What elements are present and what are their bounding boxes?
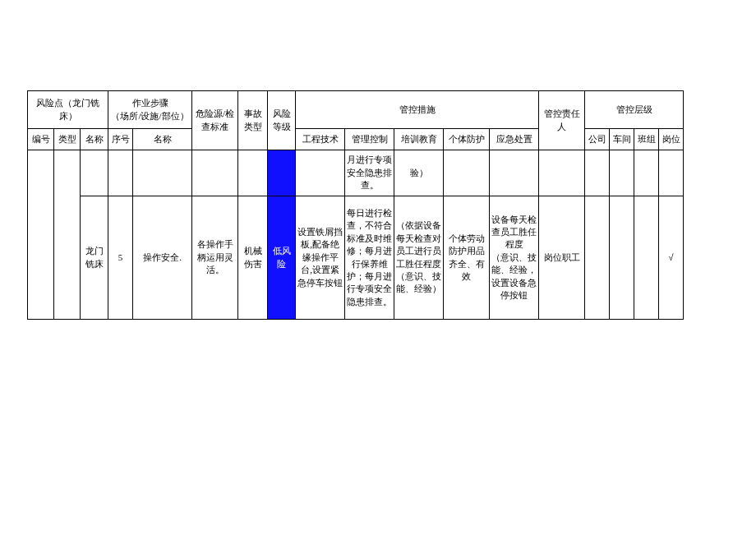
cell-hazard — [192, 150, 238, 196]
cell-seq: 5 — [108, 196, 133, 320]
hdr-responsible: 管控责任人 — [539, 91, 585, 150]
hdr-risk-point: 风险点（龙门铣床） — [28, 91, 108, 129]
cell-post: √ — [659, 196, 684, 320]
hdr-eng-tech: 工程技术 — [296, 129, 345, 150]
cell-training: （依据设备每天检查对员工进行员工胜任程度 （意识、技能、经验） — [394, 196, 444, 320]
cell-accident — [238, 150, 268, 196]
cell-emergency: 设备每天检查员工胜任程度 （意识、技能、经验，设置设备急停按钮 — [490, 196, 539, 320]
hdr-ppe: 个体防护 — [444, 129, 490, 150]
cell-emergency — [490, 150, 539, 196]
cell-company — [585, 150, 610, 196]
hdr-seq: 序号 — [108, 129, 133, 150]
risk-table: 风险点（龙门铣床） 作业步骤 （场所/设施/部位） 危险源/检查标准 事故类型 … — [27, 90, 684, 320]
hdr-workshop: 车间 — [610, 129, 634, 150]
cell-name: 龙门铣床 — [81, 196, 108, 320]
hdr-accident-type: 事故类型 — [238, 91, 268, 150]
cell-workshop — [610, 150, 634, 196]
table-row: 月进行专项安全隐患排查。 验） — [28, 150, 684, 196]
hdr-work-step: 作业步骤 （场所/设施/部位） — [108, 91, 192, 129]
hdr-training: 培训教育 — [394, 129, 444, 150]
cell-accident: 机械伤害 — [238, 196, 268, 320]
cell-workshop — [610, 196, 634, 320]
cell-seq — [108, 150, 133, 196]
cell-risk — [268, 150, 296, 196]
hdr-post: 岗位 — [659, 129, 684, 150]
hdr-mgmt-ctrl: 管理控制 — [345, 129, 394, 150]
cell-eng: 设置铁屑挡板,配备绝缘操作平台,设置紧急停车按钮 — [296, 196, 345, 320]
cell-responsible — [539, 150, 585, 196]
cell-team — [634, 150, 659, 196]
cell-post — [659, 150, 684, 196]
cell-step-name: 操作安全. — [133, 196, 192, 320]
cell-hazard: 各操作手柄运用灵活。 — [192, 196, 238, 320]
hdr-risk-level: 风险等级 — [268, 91, 296, 150]
hdr-type: 类型 — [54, 129, 81, 150]
cell-step-name — [133, 150, 192, 196]
cell-mgmt: 月进行专项安全隐患排查。 — [345, 150, 394, 196]
hdr-company: 公司 — [585, 129, 610, 150]
hdr-id: 编号 — [28, 129, 54, 150]
cell-mgmt: 每日进行检查，不符合标准及时维修；每月进行保养维护；每月进行专项安全隐患排查。 — [345, 196, 394, 320]
cell-company — [585, 196, 610, 320]
cell-risk: 低风险 — [268, 196, 296, 320]
table-row: 龙门铣床 5 操作安全. 各操作手柄运用灵活。 机械伤害 低风险 设置铁屑挡板,… — [28, 196, 684, 320]
cell-type — [54, 150, 81, 320]
cell-eng — [296, 150, 345, 196]
cell-training: 验） — [394, 150, 444, 196]
cell-name-top — [81, 150, 108, 196]
document-page: 风险点（龙门铣床） 作业步骤 （场所/设施/部位） 危险源/检查标准 事故类型 … — [0, 0, 756, 535]
cell-responsible: 岗位职工 — [539, 196, 585, 320]
hdr-control-level: 管控层级 — [585, 91, 684, 129]
cell-ppe — [444, 150, 490, 196]
hdr-team: 班组 — [634, 129, 659, 150]
hdr-emergency: 应急处置 — [490, 129, 539, 150]
hdr-hazard-std: 危险源/检查标准 — [192, 91, 238, 150]
cell-ppe: 个体劳动防护用品齐全、有效 — [444, 196, 490, 320]
cell-id — [28, 150, 54, 320]
hdr-step-name: 名称 — [133, 129, 192, 150]
hdr-control-measures: 管控措施 — [296, 91, 539, 129]
cell-team — [634, 196, 659, 320]
hdr-name: 名称 — [81, 129, 108, 150]
